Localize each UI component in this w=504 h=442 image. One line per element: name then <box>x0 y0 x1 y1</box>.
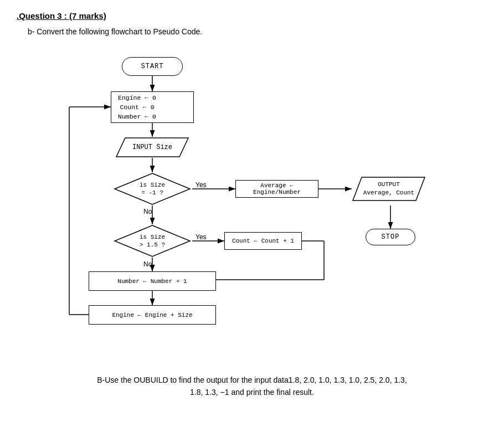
engine-process: Engine ← Engine + Size <box>89 305 216 325</box>
engine-label: Engine ← Engine + Size <box>112 312 192 318</box>
start-terminal: START <box>122 57 183 76</box>
decision2: is Size > 1.5 ? <box>114 224 191 258</box>
init-process: Engine ← 0 Count ← 0 Number ← 0 <box>111 91 194 123</box>
bottom-line1: B-Use the OUBUILD to find the output for… <box>28 374 476 386</box>
decision1-label: is Size = -1 ? <box>140 181 165 197</box>
yes2-label: Yes <box>196 233 207 241</box>
avg-process: Average ← Engine/Number <box>235 180 318 198</box>
output-label: OUTPUT Average, Count <box>363 181 414 198</box>
yes1-label: Yes <box>196 181 207 189</box>
start-label: START <box>141 63 163 70</box>
number-label: Number ← Number + 1 <box>117 278 187 285</box>
count-label: Count ← Count + 1 <box>232 238 294 244</box>
bottom-line2: 1.8, 1.3, −1 and print the final result. <box>28 386 476 398</box>
stop-terminal: STOP <box>366 229 415 245</box>
init-label: Engine ← 0 Count ← 0 Number ← 0 <box>118 93 156 122</box>
output-io: OUTPUT Average, Count <box>352 176 426 202</box>
stop-label: STOP <box>382 233 400 241</box>
number-process: Number ← Number + 1 <box>89 271 216 291</box>
no1-label: No <box>143 208 152 215</box>
input-label: INPUT Size <box>132 143 172 151</box>
decision1: is Size = -1 ? <box>114 172 191 205</box>
flowchart-container: START Engine ← 0 Count ← 0 Number ← 0 IN… <box>25 47 479 368</box>
count-process: Count ← Count + 1 <box>224 232 302 250</box>
decision2-label: is Size > 1.5 ? <box>140 233 165 249</box>
question-title: .Question 3 : (7 marks) <box>17 11 487 20</box>
avg-label: Average ← Engine/Number <box>236 182 318 196</box>
input-io: INPUT Size <box>115 137 189 158</box>
sub-question: b- Convert the following flowchart to Ps… <box>28 27 487 36</box>
no2-label: No <box>143 260 152 268</box>
bottom-text: B-Use the OUBUILD to find the output for… <box>17 374 487 399</box>
